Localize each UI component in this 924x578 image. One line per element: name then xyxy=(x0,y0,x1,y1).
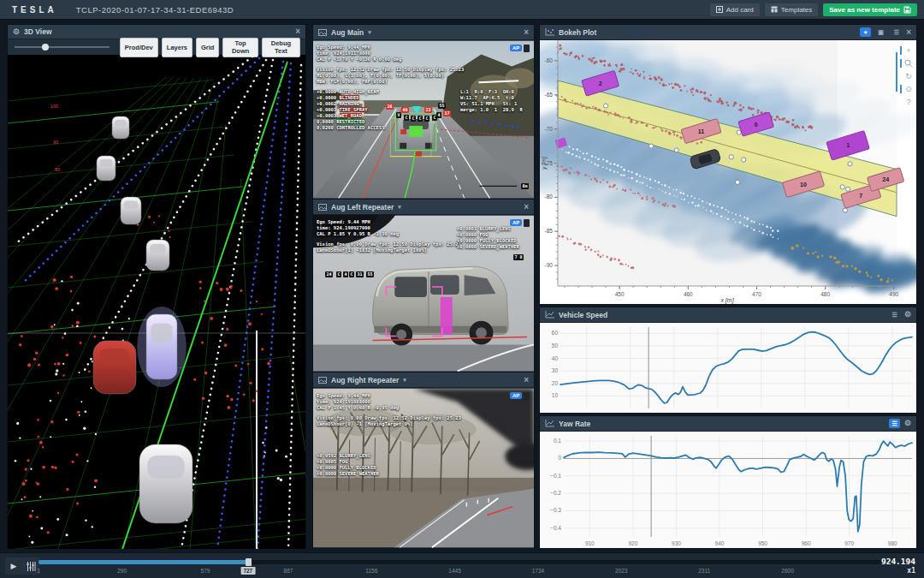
detection-badge: 26 xyxy=(386,104,394,110)
chevron-down-icon[interactable]: ▾ xyxy=(398,204,401,211)
detection-badge: C xyxy=(404,115,409,121)
detection-badge: C xyxy=(424,116,429,122)
svg-text:80: 80 xyxy=(55,167,60,172)
legend-icon[interactable]: ☰ xyxy=(891,27,902,37)
hud-right: L:1 R:0 F:3 OH:0W:11.7 AP:6.5 t:0VS: 51.… xyxy=(460,89,523,113)
svg-text:1: 1 xyxy=(846,142,850,148)
svg-text:490: 490 xyxy=(889,291,898,297)
svg-text:950: 950 xyxy=(758,540,767,546)
svg-text:−0.1: −0.1 xyxy=(550,473,561,479)
close-icon[interactable]: × xyxy=(524,376,529,384)
view3d-button-debug-text[interactable]: Debug Text xyxy=(262,38,300,57)
detection-badge: V xyxy=(396,112,401,118)
ap-badge-side xyxy=(524,45,530,52)
ap-badge-side xyxy=(524,392,530,400)
detection-badge: C xyxy=(411,116,416,122)
image-icon xyxy=(318,204,327,211)
panel-aug-left-repeater: Aug Left Repeater▾× xyxy=(312,199,535,370)
svg-text:10: 10 xyxy=(800,182,807,188)
zoom-slider[interactable] xyxy=(13,43,110,51)
svg-text:970: 970 xyxy=(844,540,854,546)
svg-text:-70: -70 xyxy=(545,126,554,132)
view3d-button-grid[interactable]: Grid xyxy=(196,38,219,57)
timeline-bar: ▶ 1290579867115614451734202323112600727 … xyxy=(0,552,924,578)
svg-text:480: 480 xyxy=(820,291,830,297)
sliders-icon xyxy=(27,562,36,571)
svg-text:−0.4: −0.4 xyxy=(550,525,561,531)
chevron-down-icon[interactable]: ▾ xyxy=(368,29,371,36)
hud-fps: Vision fps: 12.52 Draw fps: 12.50 Displa… xyxy=(317,67,464,85)
aug-main-view[interactable]: Ego Speed: 9.44 MPHtime: 924.191178000CA… xyxy=(313,40,534,199)
view3d-button-layers[interactable]: Layers xyxy=(162,38,192,57)
reset-tool-icon[interactable]: ↻ xyxy=(903,71,914,81)
svg-text:0: 0 xyxy=(755,122,758,128)
view3d-button-prod-dev[interactable]: Prod/Dev xyxy=(120,38,158,57)
svg-text:-90: -90 xyxy=(545,262,554,268)
svg-text:40: 40 xyxy=(552,355,559,361)
view3d-toolbar: Prod/DevLayersGridTop DownDebug Text xyxy=(8,39,305,55)
hud-fps: Vision fps: 0.00 Draw fps: 12.50 Display… xyxy=(317,241,461,253)
timeline-tick: 1445 xyxy=(448,568,460,574)
hud-ego: Ego Speed: 9.44 MPHtime: 924.191088000CA… xyxy=(317,393,399,411)
wheel-zoom-tool-icon[interactable]: ⊙ xyxy=(903,84,914,94)
svg-text:x [m]: x [m] xyxy=(720,297,734,304)
bokeh-canvas[interactable]: 2110110724450460470480490-60-65-70-75-80… xyxy=(540,40,916,304)
close-icon[interactable]: × xyxy=(906,28,911,37)
box-zoom-tool-icon[interactable] xyxy=(903,58,914,69)
yaw-chart[interactable]: 9109209309409509609709800.10−0.1−0.2−0.3… xyxy=(540,432,916,548)
svg-text:910: 910 xyxy=(585,540,595,546)
pan-tool-icon[interactable]: + xyxy=(903,45,914,56)
line-chart-icon xyxy=(545,420,554,427)
svg-text:7: 7 xyxy=(859,193,862,199)
svg-text:980: 980 xyxy=(888,540,897,546)
panel-yaw-rate: Yaw Rate ☰ ⚙ 9109209309409509609709800.1… xyxy=(539,415,917,548)
svg-text:-85: -85 xyxy=(545,228,554,234)
hud-env: +0.0592 BLURRY_LENS+0.0005 FOG+0.0000 FU… xyxy=(317,453,379,477)
close-icon[interactable]: × xyxy=(524,203,529,212)
add-card-button[interactable]: Add card xyxy=(710,3,760,16)
svg-text:920: 920 xyxy=(628,540,637,546)
svg-text:470: 470 xyxy=(752,291,761,297)
line-chart-icon xyxy=(545,311,554,319)
aug-right-view[interactable]: Ego Speed: 9.44 MPHtime: 924.191088000CA… xyxy=(313,388,534,548)
gear-icon[interactable]: ⚙ xyxy=(904,420,911,427)
panel-title: Aug Left Repeater xyxy=(331,203,394,212)
svg-text:930: 930 xyxy=(672,540,681,546)
view3d-button-top-down[interactable]: Top Down xyxy=(222,38,258,57)
crosshair-tool-icon[interactable]: ⌖ xyxy=(860,27,871,37)
templates-button[interactable]: Templates xyxy=(765,3,818,16)
svg-text:20: 20 xyxy=(552,380,559,386)
timeline-tick: 867 xyxy=(284,568,293,574)
hover-tool-icon[interactable]: ? xyxy=(903,97,914,107)
legend-icon[interactable]: ☰ xyxy=(889,419,900,428)
panel-title: 3D View xyxy=(24,27,51,36)
close-icon[interactable]: × xyxy=(524,28,529,37)
svg-text:30: 30 xyxy=(552,367,559,373)
image-tool-icon[interactable]: ▣ xyxy=(875,27,886,37)
tesla-logo: TESLA xyxy=(12,5,57,15)
speed-chart[interactable]: 102030405060 xyxy=(540,323,916,413)
timeline-tick: 2600 xyxy=(781,568,793,574)
chevron-down-icon[interactable]: ▾ xyxy=(403,377,406,384)
svg-text:0: 0 xyxy=(558,455,561,461)
save-template-button[interactable]: Save as new template xyxy=(823,3,917,16)
detection-badge: C xyxy=(349,271,354,277)
hud-fps: Vision fps: 0.00 Draw fps: 12.52 Display… xyxy=(317,415,461,427)
view3d-canvas[interactable]: 1009080 xyxy=(8,55,305,549)
detection-badge: C xyxy=(336,271,341,277)
svg-text:60: 60 xyxy=(552,330,559,336)
scale-label: 8m xyxy=(521,183,529,189)
drivable-marker xyxy=(409,126,423,137)
close-icon[interactable]: × xyxy=(295,27,300,36)
svg-text:50: 50 xyxy=(552,343,559,349)
aug-left-view[interactable]: Ego Speed: 9.44 MPHtime: 924.190927000CA… xyxy=(313,215,534,372)
detection-badge: 17 xyxy=(443,110,451,116)
svg-text:y [m]: y [m] xyxy=(541,156,548,170)
timeline-current-frame[interactable]: 727 xyxy=(240,567,255,575)
detection-badge: 23 xyxy=(424,107,432,113)
play-button[interactable]: ▶ xyxy=(5,557,22,575)
svg-text:11: 11 xyxy=(698,128,705,134)
panel-aug-right-repeater: Aug Right Repeater▾× xyxy=(312,372,535,546)
legend-icon[interactable]: ☰ xyxy=(889,310,900,319)
gear-icon[interactable]: ⚙ xyxy=(904,311,911,319)
